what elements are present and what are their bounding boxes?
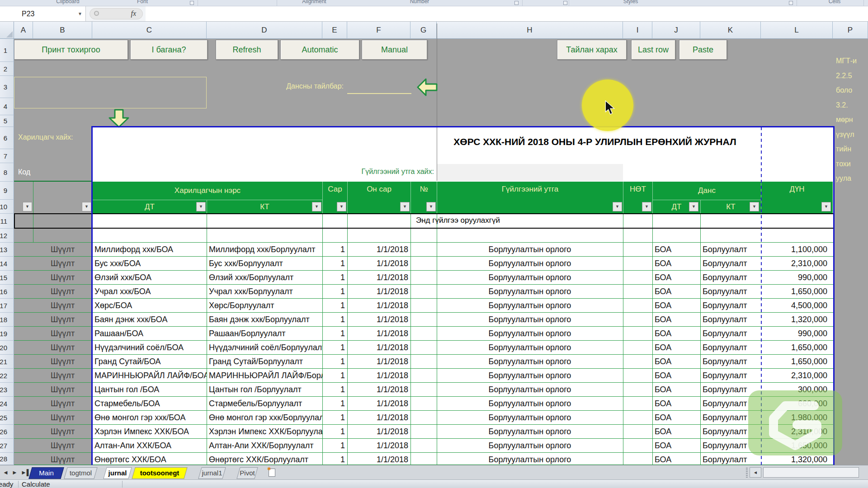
column-header-H[interactable]: H	[437, 22, 623, 39]
cell-account-debit[interactable]: БОА	[652, 439, 700, 452]
column-header-E[interactable]: E	[322, 22, 347, 39]
insert-worksheet-icon[interactable]: ✱	[269, 469, 275, 477]
cell-date[interactable]: 1/1/2018	[347, 313, 410, 326]
cell-filter-label[interactable]: Шүүлт	[33, 453, 92, 465]
cell-debit-partner[interactable]: Нүүдэлчиний соёл/БОА	[92, 341, 207, 354]
filter-button[interactable]: ▼	[82, 202, 91, 211]
cell-account-debit[interactable]: БОА	[652, 285, 700, 298]
row-header-25[interactable]: 25	[0, 411, 14, 425]
cell-credit-partner[interactable]: Учрал ххк/Борлуулалт	[207, 285, 322, 298]
cell-account-debit[interactable]: БОА	[652, 355, 700, 368]
cell-date[interactable]: 1/1/2018	[347, 299, 410, 312]
cell-description[interactable]: Борлуулалтын орлого	[437, 383, 623, 396]
column-header-B[interactable]: B	[33, 22, 92, 39]
cell-amount[interactable]: 4,500,000	[761, 299, 833, 312]
column-header-G[interactable]: G	[410, 22, 437, 39]
cell-description[interactable]: Борлуулалтын орлого	[437, 397, 623, 410]
cell-credit-partner[interactable]: Цантын гол /Борлуулалт	[207, 383, 322, 396]
view-report-button[interactable]: Тайлан харах	[557, 40, 627, 60]
column-header-L[interactable]: L	[761, 22, 833, 39]
column-header-F[interactable]: F	[347, 22, 410, 39]
cell-debit-partner[interactable]: Миллифорд ххк/БОА	[92, 243, 207, 256]
filter-button[interactable]: ▼	[689, 202, 698, 211]
row-header-5[interactable]: 5	[0, 115, 14, 127]
cell-debit-partner[interactable]: Хэрлэн Импекс ХХК/БОА	[92, 425, 207, 438]
row-header-4[interactable]: 4	[0, 98, 14, 115]
cell-amount[interactable]: 2,310,000	[761, 257, 833, 270]
transaction-search-input[interactable]	[437, 164, 623, 181]
cell-filter-label[interactable]: Шүүлт	[33, 425, 92, 438]
row-header-22[interactable]: 22	[0, 369, 14, 383]
cell-description[interactable]: Борлуулалтын орлого	[437, 243, 623, 256]
cell-account-debit[interactable]: БОА	[652, 425, 700, 438]
cell-filter-label[interactable]: Шүүлт	[33, 341, 92, 354]
row-header-27[interactable]: 27	[0, 439, 14, 453]
filter-button[interactable]: ▼	[642, 202, 651, 211]
cell-filter-label[interactable]: Шүүлт	[33, 257, 92, 270]
cell-account-debit[interactable]: БОА	[652, 299, 700, 312]
cell-account-debit[interactable]: БОА	[652, 383, 700, 396]
last-row-button[interactable]: Last row	[631, 40, 675, 60]
cell-description[interactable]: Борлуулалтын орлого	[437, 271, 623, 284]
dialog-launcher-icon[interactable]	[789, 1, 793, 5]
cell-account-debit[interactable]: БОА	[652, 341, 700, 354]
cell-date[interactable]: 1/1/2018	[347, 355, 410, 368]
i-column-button[interactable]: I багана?	[130, 40, 208, 60]
cell-date[interactable]: 1/1/2018	[347, 271, 410, 284]
scrollbar-thumb[interactable]	[763, 467, 859, 478]
column-header-P[interactable]: P	[833, 22, 868, 39]
row-header-24[interactable]: 24	[0, 397, 14, 411]
status-calculate[interactable]: Calculate	[22, 480, 50, 488]
column-header-C[interactable]: C	[92, 22, 207, 39]
cell-date[interactable]: 1/1/2018	[347, 257, 410, 270]
row-header-16[interactable]: 16	[0, 285, 14, 299]
row-header-12[interactable]: 12	[0, 229, 14, 243]
cell-date[interactable]: 1/1/2018	[347, 285, 410, 298]
sheet-tab-main[interactable]: Main	[28, 467, 64, 479]
cell-filter-label[interactable]: Шүүлт	[33, 313, 92, 326]
cell-debit-partner[interactable]: Өлзий ххк/БОА	[92, 271, 207, 284]
cell-month[interactable]: 1	[322, 299, 347, 312]
cell-date[interactable]: 1/1/2018	[347, 425, 410, 438]
cell-amount[interactable]: 1,650,000	[761, 355, 833, 368]
tab-scroll-left-icon[interactable]: ◄	[3, 469, 9, 476]
cell-account-debit[interactable]: БОА	[652, 369, 700, 382]
cell-month[interactable]: 1	[322, 383, 347, 396]
cell-month[interactable]: 1	[322, 411, 347, 424]
cell-month[interactable]: 1	[322, 355, 347, 368]
cell-month[interactable]: 1	[322, 257, 347, 270]
manual-button[interactable]: Manual	[362, 40, 427, 60]
cell-credit-partner[interactable]: МАРИННЬЮРАЙЛ ЛАЙФ/Борлуулалт	[207, 369, 322, 382]
paste-button[interactable]: Paste	[679, 40, 727, 60]
cell-debit-partner[interactable]: Гранд Сутай/БОА	[92, 355, 207, 368]
row-header-21[interactable]: 21	[0, 355, 14, 369]
select-all-corner[interactable]	[0, 22, 14, 39]
sheet-tab-jurnal[interactable]: jurnal	[103, 467, 132, 479]
cell-credit-partner[interactable]: Бус ххк/Борлуулалт	[207, 257, 322, 270]
cell-amount[interactable]: 1,320,000	[761, 313, 833, 326]
cell-account-credit[interactable]: Борлуулалт	[700, 299, 761, 312]
cell-account-credit[interactable]: Борлуулалт	[700, 313, 761, 326]
cell-filter-label[interactable]: Шүүлт	[33, 383, 92, 396]
cell-credit-partner[interactable]: Өнө монгол гэр ххк/Борлуулалт	[207, 411, 322, 424]
filter-button[interactable]: ▼	[821, 202, 831, 211]
cell-amount[interactable]: 990,000	[761, 271, 833, 284]
cell-date[interactable]: 1/1/2018	[347, 341, 410, 354]
cell-debit-partner[interactable]: Учрал ххк/БОА	[92, 285, 207, 298]
formula-input[interactable]	[146, 6, 868, 21]
refresh-button[interactable]: Refresh	[216, 40, 278, 60]
row-header-8[interactable]: 8	[0, 163, 14, 182]
row-header-20[interactable]: 20	[0, 341, 14, 355]
cell-account-debit[interactable]: БОА	[652, 453, 700, 465]
sheet-tab-jurnal1[interactable]: jurnal1	[198, 467, 226, 479]
cell-debit-partner[interactable]: Бус ххк/БОА	[92, 257, 207, 270]
cell-month[interactable]: 1	[322, 341, 347, 354]
cell-credit-partner[interactable]: Гранд Сутай/Борлуулалт	[207, 355, 322, 368]
row-header-2[interactable]: 2	[0, 62, 14, 76]
cell-account-debit[interactable]: БОА	[652, 243, 700, 256]
dialog-launcher-icon[interactable]	[514, 1, 519, 5]
cell-description[interactable]: Борлуулалтын орлого	[437, 341, 623, 354]
cell-credit-partner[interactable]: Нүүдэлчиний соёл/Борлуулалт	[207, 341, 322, 354]
cell-credit-partner[interactable]: Өнөртөгс ХХК/Борлуулалт	[207, 453, 322, 465]
cell-amount[interactable]: 1,650,000	[761, 285, 833, 298]
